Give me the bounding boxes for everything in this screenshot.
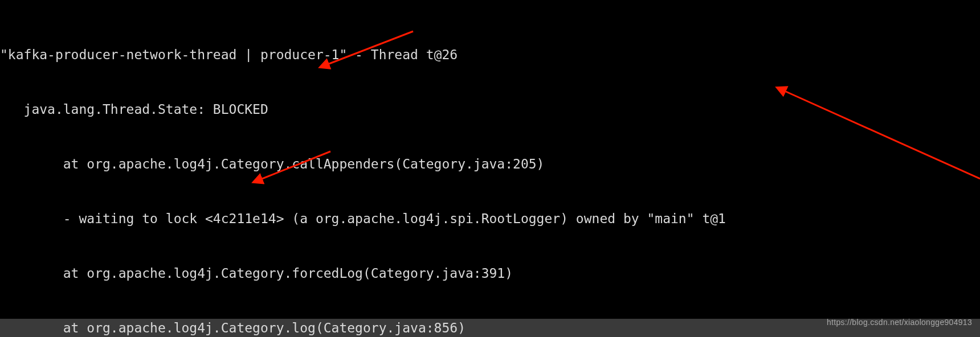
stack-frame: at org.apache.log4j.Category.callAppende… xyxy=(0,155,980,173)
stack-frame-highlighted: at org.apache.log4j.Category.log(Categor… xyxy=(0,319,980,337)
stack-frame: at org.apache.log4j.Category.forcedLog(C… xyxy=(0,264,980,282)
thread-header: "kafka-producer-network-thread | produce… xyxy=(0,46,980,64)
thread-state: java.lang.Thread.State: BLOCKED xyxy=(0,100,980,118)
stack-frame: - waiting to lock <4c211e14> (a org.apac… xyxy=(0,209,980,228)
thread-dump: "kafka-producer-network-thread | produce… xyxy=(0,0,980,337)
